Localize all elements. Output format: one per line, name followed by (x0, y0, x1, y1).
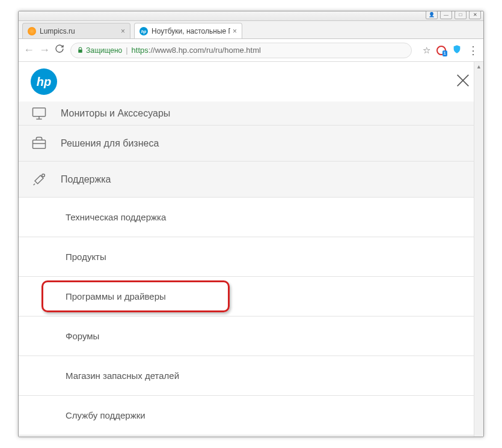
shield-extension-icon[interactable] (452, 44, 462, 56)
window-minimize-button[interactable]: — (440, 11, 452, 19)
briefcase-icon (31, 135, 47, 152)
reload-button[interactable] (55, 44, 64, 56)
svg-point-9 (42, 174, 45, 177)
browser-window: 👤 — □ ✕ Lumpics.ru × hp Ноутбуки, настол… (18, 11, 484, 437)
sub-item-drivers[interactable]: Программы и драйверы (19, 277, 483, 316)
scrollbar[interactable]: ▲ (474, 62, 483, 437)
tab-strip: Lumpics.ru × hp Ноутбуки, настольные П × (19, 21, 483, 39)
back-button[interactable]: ← (23, 44, 33, 56)
window-close-button[interactable]: ✕ (469, 11, 481, 19)
close-menu-button[interactable] (455, 72, 471, 91)
nav-item-label: Поддержка (61, 174, 111, 185)
sub-item-label: Программы и драйверы (66, 291, 166, 301)
url-text: https://www8.hp.com/ru/ru/home.html (132, 46, 261, 55)
sub-item-label: Продукты (66, 252, 106, 262)
nav-item-label: Мониторы и Акссесуары (61, 108, 170, 119)
sub-item-label: Магазин запасных деталей (66, 371, 179, 381)
window-user-button[interactable]: 👤 (426, 11, 438, 19)
sub-item-spare-parts[interactable]: Магазин запасных деталей (19, 356, 483, 396)
hp-favicon: hp (139, 27, 148, 35)
address-bar: ← → Защищено | https://www8.hp.com/ru/ru… (19, 39, 483, 62)
sub-item-label: Службу поддержки (66, 410, 145, 420)
sub-item-products[interactable]: Продукты (19, 237, 483, 277)
sub-item-forums[interactable]: Форумы (19, 316, 483, 356)
window-titlebar[interactable]: 👤 — □ ✕ (19, 11, 483, 21)
separator: | (126, 46, 127, 55)
sub-item-label: Форумы (66, 331, 99, 341)
nav-item-business[interactable]: Решения для бизнеса (19, 126, 483, 162)
forward-button[interactable]: → (39, 44, 49, 56)
adblock-extension-icon[interactable] (436, 46, 446, 55)
sub-item-support-service[interactable]: Службу поддержки (19, 396, 483, 435)
page-content: hp Мониторы и Акссесуары Решения для биз… (19, 62, 483, 437)
tab-close-icon[interactable]: × (121, 27, 125, 35)
tab-title: Lumpics.ru (40, 27, 118, 35)
secure-label: Защищено (86, 46, 122, 55)
sub-item-tech-support[interactable]: Техническая поддержка (19, 198, 483, 237)
tab-lumpics[interactable]: Lumpics.ru × (22, 23, 130, 38)
tab-hp[interactable]: hp Ноутбуки, настольные П × (134, 23, 242, 38)
tab-title: Ноутбуки, настольные П (152, 27, 230, 35)
tools-icon (31, 171, 47, 188)
site-header: hp (19, 62, 483, 101)
nav-item-support[interactable]: Поддержка (19, 162, 483, 198)
lock-icon: Защищено (77, 46, 122, 55)
nav-item-label: Решения для бизнеса (61, 138, 159, 149)
hp-logo[interactable]: hp (31, 68, 57, 95)
monitor-icon (31, 105, 47, 122)
tab-close-icon[interactable]: × (233, 27, 237, 35)
sub-item-label: Техническая поддержка (66, 212, 166, 222)
bookmark-star-icon[interactable]: ☆ (423, 45, 430, 56)
scroll-up-arrow[interactable]: ▲ (474, 62, 483, 71)
svg-text:hp: hp (141, 29, 147, 34)
window-maximize-button[interactable]: □ (455, 11, 467, 19)
browser-menu-button[interactable]: ⋮ (468, 44, 479, 57)
nav-item-monitors[interactable]: Мониторы и Акссесуары (19, 101, 483, 126)
svg-rect-4 (33, 107, 46, 116)
url-field[interactable]: Защищено | https://www8.hp.com/ru/ru/hom… (70, 43, 412, 58)
nav-menu: Мониторы и Акссесуары Решения для бизнес… (19, 101, 483, 435)
orange-favicon (28, 27, 36, 35)
svg-rect-7 (33, 140, 46, 148)
